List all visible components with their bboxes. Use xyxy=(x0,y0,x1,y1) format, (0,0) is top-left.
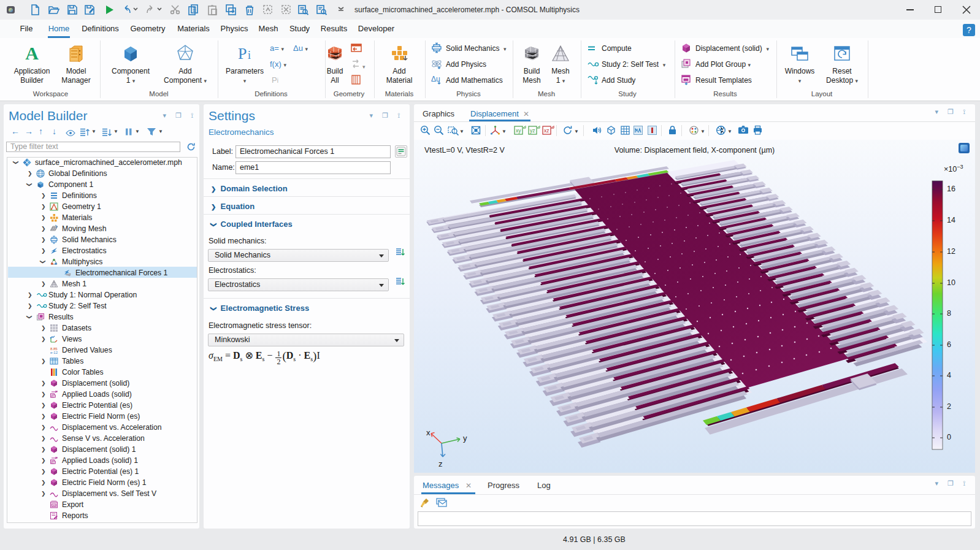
svg-text:i: i xyxy=(248,49,251,61)
svg-text:P: P xyxy=(238,45,247,63)
svg-text:A: A xyxy=(25,44,39,63)
svg-text:8.85: 8.85 xyxy=(50,346,58,350)
svg-text:xy: xy xyxy=(516,128,521,134)
svg-text:yz: yz xyxy=(530,128,535,134)
svg-text:xz: xz xyxy=(544,128,549,134)
svg-text:e-12: e-12 xyxy=(50,351,58,354)
